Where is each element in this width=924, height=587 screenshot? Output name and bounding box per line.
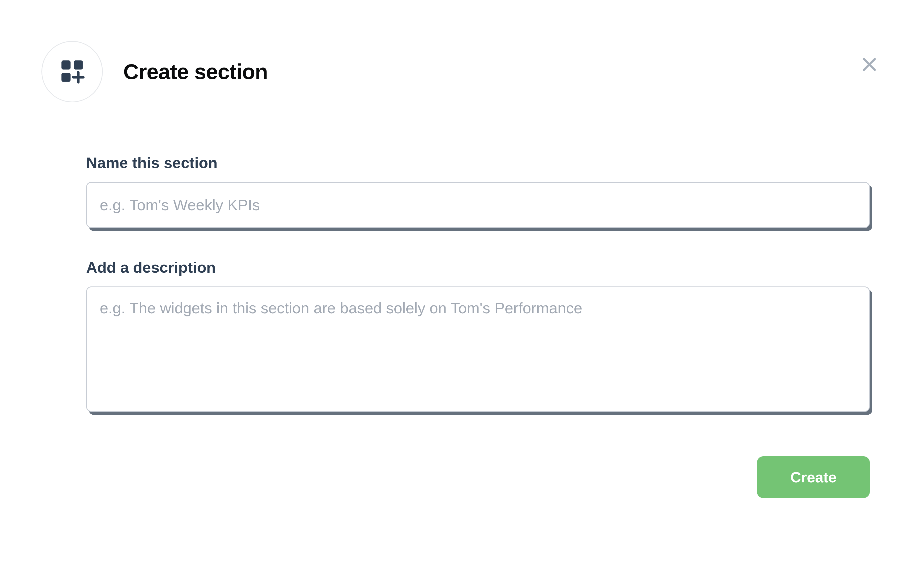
description-field-group: Add a description [86,259,870,413]
description-label: Add a description [86,259,870,276]
close-icon [861,56,878,73]
dialog-header: Create section [41,41,883,123]
create-section-dialog: Create section Name this section Add a d… [41,41,883,498]
create-button[interactable]: Create [757,456,870,498]
close-button[interactable] [856,51,883,78]
dialog-title: Create section [123,59,268,84]
svg-rect-1 [74,60,82,69]
add-section-icon [59,58,85,85]
section-icon-circle [41,41,103,102]
name-label: Name this section [86,154,870,171]
svg-rect-2 [61,73,70,82]
dialog-footer: Create [86,444,870,498]
name-field-group: Name this section [86,154,870,228]
dialog-body: Name this section Add a description Crea… [41,123,883,498]
section-description-input[interactable] [86,287,870,412]
section-name-input[interactable] [86,182,870,228]
svg-rect-0 [61,60,70,69]
